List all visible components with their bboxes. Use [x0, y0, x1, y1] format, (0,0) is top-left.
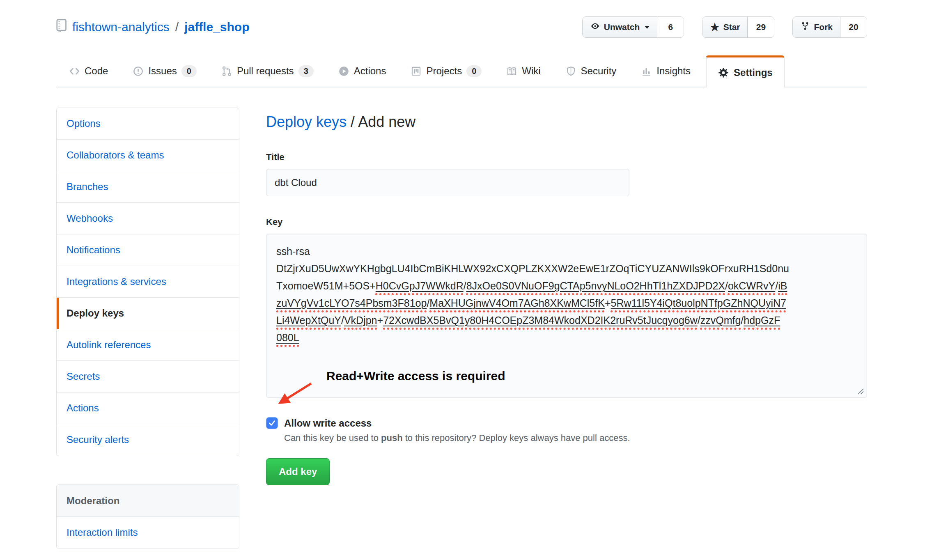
- pull-request-icon: [221, 66, 232, 77]
- tab-wiki[interactable]: Wiki: [497, 55, 550, 87]
- description-before: Can this key be used to: [284, 433, 381, 443]
- tab-issues-label: Issues: [148, 65, 177, 77]
- tab-wiki-label: Wiki: [522, 65, 540, 77]
- unwatch-label: Unwatch: [604, 22, 640, 32]
- fork-button[interactable]: Fork: [793, 17, 840, 37]
- fork-label: Fork: [814, 22, 833, 32]
- tab-insights[interactable]: Insights: [631, 55, 700, 87]
- tab-projects-label: Projects: [426, 65, 462, 77]
- sidebar-item-webhooks[interactable]: Webhooks: [57, 203, 239, 234]
- repo-book-icon: [56, 19, 67, 35]
- project-icon: [411, 66, 422, 77]
- tab-security[interactable]: Security: [556, 55, 626, 87]
- repo-tabnav: Code Issues 0 Pull requests 3 Actions: [56, 55, 867, 87]
- issues-counter: 0: [181, 65, 197, 77]
- allow-write-access-label[interactable]: Allow write access: [284, 418, 372, 429]
- sidebar-item-options[interactable]: Options: [57, 108, 239, 140]
- sidebar-item-secrets[interactable]: Secrets: [57, 361, 239, 392]
- watchers-count[interactable]: 6: [657, 17, 684, 37]
- sidebar-item-collaborators-teams[interactable]: Collaborators & teams: [57, 140, 239, 171]
- key-label: Key: [266, 217, 867, 227]
- allow-write-access-description: Can this key be used to push to this rep…: [284, 433, 867, 443]
- tab-actions[interactable]: Actions: [329, 55, 396, 87]
- breadcrumb-current: Add new: [358, 113, 415, 130]
- pull-requests-counter: 3: [298, 65, 314, 77]
- sidebar-item-branches[interactable]: Branches: [57, 171, 239, 203]
- moderation-header: Moderation: [57, 485, 239, 517]
- star-group: ★ Star 29: [702, 16, 774, 38]
- play-icon: [338, 66, 349, 77]
- sidebar-item-interaction-limits[interactable]: Interaction limits: [57, 517, 239, 549]
- breadcrumb-separator: /: [347, 113, 358, 130]
- deploy-key-form: Deploy keys / Add new Title Key ssh-rsaD…: [266, 108, 867, 549]
- repo-separator: /: [174, 20, 179, 34]
- annotation-text: Read+Write access is required: [326, 369, 505, 383]
- allow-write-access-row: Allow write access: [266, 417, 867, 429]
- tab-pull-requests-label: Pull requests: [237, 65, 294, 77]
- sidebar-item-integrations-services[interactable]: Integrations & services: [57, 266, 239, 298]
- settings-sidebar: Options Collaborators & teams Branches W…: [56, 108, 239, 549]
- sidebar-item-actions[interactable]: Actions: [57, 392, 239, 424]
- issue-opened-icon: [133, 66, 144, 77]
- eye-icon: [590, 21, 600, 33]
- sidebar-item-security-alerts[interactable]: Security alerts: [57, 424, 239, 456]
- forks-count[interactable]: 20: [840, 17, 867, 37]
- description-push: push: [381, 433, 403, 443]
- star-icon: ★: [710, 22, 719, 32]
- sidebar-item-deploy-keys[interactable]: Deploy keys: [57, 298, 239, 329]
- tab-projects[interactable]: Projects 0: [401, 55, 491, 87]
- stars-count[interactable]: 29: [748, 17, 774, 37]
- repo-title: fishtown-analytics / jaffle_shop: [56, 19, 249, 35]
- allow-write-access-checkbox[interactable]: [266, 417, 278, 429]
- graph-icon: [641, 66, 652, 77]
- add-key-button[interactable]: Add key: [266, 458, 330, 485]
- tab-code[interactable]: Code: [60, 55, 117, 87]
- tab-issues[interactable]: Issues 0: [123, 55, 206, 87]
- repo-social-actions: Unwatch 6 ★ Star 29: [582, 16, 867, 38]
- tab-security-label: Security: [581, 65, 617, 77]
- tab-settings-label: Settings: [734, 67, 773, 78]
- moderation-menu: Moderation Interaction limits: [56, 484, 239, 549]
- tab-settings[interactable]: Settings: [706, 55, 785, 87]
- shield-icon: [565, 66, 576, 77]
- projects-counter: 0: [466, 65, 482, 77]
- deploy-keys-breadcrumb-link[interactable]: Deploy keys: [266, 113, 347, 130]
- repo-owner-link[interactable]: fishtown-analytics: [72, 20, 170, 34]
- sidebar-item-autolink-references[interactable]: Autolink references: [57, 329, 239, 361]
- caret-down-icon: [645, 26, 650, 29]
- unwatch-button[interactable]: Unwatch: [583, 17, 658, 37]
- gear-icon: [718, 67, 729, 78]
- tab-insights-label: Insights: [656, 65, 691, 77]
- title-label: Title: [266, 152, 867, 163]
- repo-name-link[interactable]: jaffle_shop: [184, 20, 249, 34]
- star-label: Star: [723, 22, 740, 32]
- key-field-wrap: ssh-rsaDtZjrXuD5UwXwYKHgbgLU4IbCmBiKHLWX…: [266, 234, 867, 398]
- fork-group: Fork 20: [792, 16, 867, 38]
- wiki-book-icon: [506, 66, 517, 77]
- resize-grip-icon[interactable]: [857, 388, 864, 395]
- description-after: to this repository? Deploy keys always h…: [403, 433, 630, 443]
- watch-group: Unwatch 6: [582, 16, 684, 38]
- tab-pull-requests[interactable]: Pull requests 3: [212, 55, 323, 87]
- tab-actions-label: Actions: [354, 65, 386, 77]
- sidebar-item-notifications[interactable]: Notifications: [57, 234, 239, 266]
- code-icon: [69, 66, 80, 77]
- tab-code-label: Code: [85, 65, 108, 77]
- settings-menu: Options Collaborators & teams Branches W…: [56, 108, 239, 456]
- star-button[interactable]: ★ Star: [702, 17, 748, 37]
- title-input[interactable]: [266, 169, 629, 196]
- fork-icon: [800, 21, 810, 33]
- repo-header: fishtown-analytics / jaffle_shop Unwatch: [56, 14, 867, 41]
- page-title: Deploy keys / Add new: [266, 113, 867, 131]
